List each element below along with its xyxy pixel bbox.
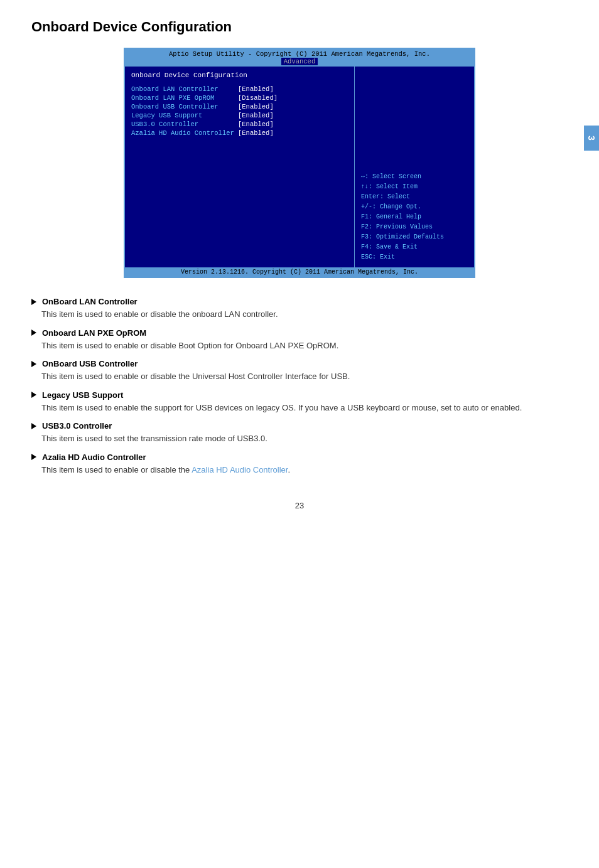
bios-help-line: F3: Optimized Defaults: [361, 232, 468, 242]
bios-body: Onboard Device Configuration Onboard LAN…: [125, 67, 474, 267]
bios-items-list: Onboard LAN Controller[Enabled]Onboard L…: [131, 85, 348, 137]
bios-help-line: Enter: Select: [361, 192, 468, 202]
bios-item-value: [Enabled]: [238, 129, 274, 137]
bios-item-label: Onboard USB Controller: [131, 103, 238, 110]
desc-item-onboard-lan-pxe-oprom: Onboard LAN PXE OpROMThis item is used t…: [31, 328, 568, 352]
desc-item-title: OnBoard LAN Controller: [31, 297, 568, 306]
bios-item-row: Onboard USB Controller[Enabled]: [131, 103, 348, 110]
page-number: 23: [31, 501, 568, 510]
bios-header-text: Aptio Setup Utility - Copyright (C) 2011…: [169, 50, 430, 58]
bios-item-row: Legacy USB Support[Enabled]: [131, 112, 348, 119]
bios-section-title: Onboard Device Configuration: [131, 72, 348, 79]
bios-item-value: [Enabled]: [238, 103, 274, 110]
bios-item-value: [Enabled]: [238, 112, 274, 119]
bios-item-label: Onboard LAN PXE OpROM: [131, 94, 238, 102]
desc-item-body: This item is used to set the transmissio…: [31, 432, 568, 445]
bios-item-label: Legacy USB Support: [131, 112, 238, 119]
description-list: OnBoard LAN ControllerThis item is used …: [31, 297, 568, 476]
bios-help-line: F4: Save & Exit: [361, 242, 468, 252]
highlight-link: Azalia HD Audio Controller: [192, 465, 288, 474]
bios-item-value: [Disabled]: [238, 94, 278, 102]
desc-item-onboard-usb-controller: OnBoard USB ControllerThis item is used …: [31, 359, 568, 383]
bios-help-line: F1: General Help: [361, 212, 468, 222]
bios-help-line: ESC: Exit: [361, 252, 468, 262]
arrow-icon: [31, 330, 36, 336]
arrow-icon: [31, 454, 36, 460]
bios-item-label: Azalia HD Audio Controller: [131, 129, 238, 137]
bios-right-panel: ↔: Select Screen↑↓: Select ItemEnter: Se…: [355, 67, 474, 267]
desc-item-azalia-hd-audio: Azalia HD Audio ControllerThis item is u…: [31, 453, 568, 476]
tab-indicator: 3: [584, 126, 599, 151]
arrow-icon: [31, 361, 36, 367]
bios-help-text: ↔: Select Screen↑↓: Select ItemEnter: Se…: [361, 172, 468, 262]
desc-item-usb30-controller: USB3.0 ControllerThis item is used to se…: [31, 421, 568, 445]
bios-screenshot: Aptio Setup Utility - Copyright (C) 2011…: [124, 48, 475, 278]
bios-header: Aptio Setup Utility - Copyright (C) 2011…: [125, 49, 474, 67]
bios-help-line: F2: Previous Values: [361, 222, 468, 232]
arrow-icon: [31, 423, 36, 429]
desc-item-body: This item is used to enable or disable t…: [31, 464, 568, 476]
desc-item-title: Onboard LAN PXE OpROM: [31, 328, 568, 338]
desc-item-body: This item is used to enable or disable t…: [31, 308, 568, 321]
bios-header-highlight: Advanced: [281, 58, 318, 65]
desc-item-title: Legacy USB Support: [31, 390, 568, 400]
bios-help-line: ↑↓: Select Item: [361, 182, 468, 192]
desc-item-title: OnBoard USB Controller: [31, 359, 568, 368]
bios-left-panel: Onboard Device Configuration Onboard LAN…: [125, 67, 355, 267]
page-title: Onboard Device Configuration: [31, 19, 568, 35]
bios-item-label: USB3.0 Controller: [131, 121, 238, 128]
bios-item-row: Onboard LAN PXE OpROM[Disabled]: [131, 94, 348, 102]
desc-item-legacy-usb-support: Legacy USB SupportThis item is used to e…: [31, 390, 568, 414]
desc-item-body: This item is used to enable or disable t…: [31, 370, 568, 383]
arrow-icon: [31, 392, 36, 398]
desc-item-body: This item is used to enable or disable B…: [31, 340, 568, 352]
desc-item-title: USB3.0 Controller: [31, 421, 568, 431]
desc-item-body: This item is used to enable the support …: [31, 402, 568, 414]
bios-item-row: Azalia HD Audio Controller[Enabled]: [131, 129, 348, 137]
desc-item-title: Azalia HD Audio Controller: [31, 453, 568, 462]
bios-item-row: Onboard LAN Controller[Enabled]: [131, 85, 348, 93]
desc-item-onboard-lan-controller: OnBoard LAN ControllerThis item is used …: [31, 297, 568, 321]
bios-item-value: [Enabled]: [238, 85, 274, 93]
bios-item-value: [Enabled]: [238, 121, 274, 128]
bios-help-line: +/-: Change Opt.: [361, 202, 468, 212]
bios-item-label: Onboard LAN Controller: [131, 85, 238, 93]
bios-item-row: USB3.0 Controller[Enabled]: [131, 121, 348, 128]
bios-help-line: ↔: Select Screen: [361, 172, 468, 182]
bios-footer: Version 2.13.1216. Copyright (C) 2011 Am…: [125, 267, 474, 277]
arrow-icon: [31, 299, 36, 305]
